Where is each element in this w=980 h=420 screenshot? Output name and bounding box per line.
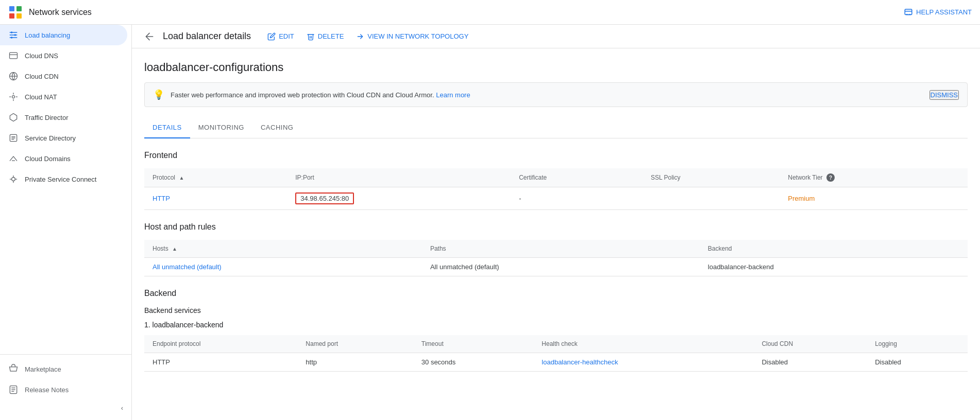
sidebar-nav: Load balancing Cloud DNS Cloud CDN Cloud…: [0, 25, 131, 354]
svg-point-9: [11, 31, 12, 33]
frontend-certificate-cell: -: [511, 187, 643, 210]
frontend-col-certificate: Certificate: [511, 168, 643, 187]
info-banner-icon: 💡: [153, 89, 164, 100]
frontend-section-title: Frontend: [144, 151, 968, 160]
sidebar-item-label: Load balancing: [25, 31, 70, 39]
sort-icon: ▲: [172, 246, 177, 252]
hosts-cell[interactable]: All unmatched (default): [144, 258, 422, 276]
tabs: DETAILS MONITORING CACHING: [144, 117, 968, 138]
sidebar-bottom: Marketplace Release Notes ‹: [0, 354, 131, 420]
backend-service-name: 1. loadbalancer-backend: [144, 321, 968, 329]
sidebar-item-label: Traffic Director: [25, 114, 69, 121]
frontend-ssl-policy-cell: [643, 187, 780, 210]
sidebar-item-cloud-dns[interactable]: Cloud DNS: [0, 45, 127, 66]
tab-caching[interactable]: CACHING: [252, 117, 301, 138]
sidebar-item-service-directory[interactable]: Service Directory: [0, 128, 127, 148]
learn-more-link[interactable]: Learn more: [436, 91, 470, 99]
svg-rect-4: [905, 9, 912, 15]
view-topology-button[interactable]: VIEW IN NETWORK TOPOLOGY: [356, 32, 468, 41]
svg-rect-0: [9, 6, 14, 11]
back-arrow-icon: [144, 31, 155, 42]
content-header: Load balancer details EDIT DELETE: [132, 25, 980, 48]
header-actions: EDIT DELETE VIEW IN NETWORK TOPOLOGY: [267, 32, 468, 41]
cloud-cdn-cell: Disabled: [753, 353, 867, 372]
host-path-table-row: All unmatched (default) All unmatched (d…: [144, 258, 968, 276]
sort-icon: ▲: [179, 175, 184, 181]
help-assistant-button[interactable]: HELP ASSISTANT: [904, 8, 972, 17]
svg-rect-1: [16, 6, 22, 11]
frontend-table-header: Protocol ▲ IP:Port Certificate SSL Polic…: [144, 168, 968, 187]
sidebar-item-label: Cloud CDN: [25, 73, 59, 80]
sidebar-collapse-button[interactable]: ‹: [0, 400, 131, 416]
col-timeout: Timeout: [413, 335, 534, 353]
sidebar: Load balancing Cloud DNS Cloud CDN Cloud…: [0, 25, 132, 420]
dismiss-button[interactable]: DISMISS: [930, 90, 959, 100]
domains-icon: [8, 153, 19, 164]
edit-button[interactable]: EDIT: [267, 32, 294, 41]
col-hosts: Hosts ▲: [144, 240, 422, 258]
host-path-rules-section: Host and path rules Hosts ▲ Paths Backen…: [144, 222, 968, 276]
sidebar-item-label: Release Notes: [25, 386, 69, 394]
sidebar-item-release-notes[interactable]: Release Notes: [0, 379, 127, 400]
sidebar-item-load-balancing[interactable]: Load balancing: [0, 25, 127, 45]
psc-icon: [8, 174, 19, 184]
sidebar-item-cloud-domains[interactable]: Cloud Domains: [0, 148, 127, 169]
service-icon: [8, 133, 19, 143]
back-button[interactable]: [144, 31, 155, 42]
frontend-col-network-tier: Network Tier ?: [780, 168, 968, 187]
svg-point-16: [12, 178, 15, 181]
svg-point-14: [12, 96, 15, 98]
lb-name: loadbalancer-configurations: [144, 61, 968, 74]
notes-icon: [8, 384, 19, 395]
backend-section: Backend Backend services 1. loadbalancer…: [144, 289, 968, 372]
frontend-ip-port-cell: 34.98.65.245:80: [287, 187, 511, 210]
network-tier-help-icon[interactable]: ?: [826, 173, 835, 182]
info-banner: 💡 Faster web performance and improved we…: [144, 82, 968, 107]
frontend-col-ssl-policy: SSL Policy: [643, 168, 780, 187]
sidebar-item-cloud-cdn[interactable]: Cloud CDN: [0, 66, 127, 86]
sidebar-item-traffic-director[interactable]: Traffic Director: [0, 107, 127, 128]
lb-icon: [8, 30, 19, 40]
help-assistant-icon: [904, 8, 913, 17]
delete-label: DELETE: [318, 32, 344, 40]
svg-rect-3: [16, 13, 22, 19]
backend-cell: loadbalancer-backend: [700, 258, 968, 276]
content-body: loadbalancer-configurations 💡 Faster web…: [132, 48, 980, 396]
app-title: Network services: [29, 8, 92, 17]
host-path-table-header: Hosts ▲ Paths Backend: [144, 240, 968, 258]
sidebar-item-label: Service Directory: [25, 134, 76, 142]
health-check-cell[interactable]: loadbalancer-healthcheck: [533, 353, 753, 372]
tab-monitoring[interactable]: MONITORING: [190, 117, 252, 138]
view-topology-label: VIEW IN NETWORK TOPOLOGY: [367, 32, 468, 40]
sidebar-item-cloud-nat[interactable]: Cloud NAT: [0, 86, 127, 107]
app-logo-icon: [8, 5, 23, 20]
sidebar-item-label: Cloud NAT: [25, 93, 57, 101]
col-backend: Backend: [700, 240, 968, 258]
sidebar-item-label: Cloud Domains: [25, 155, 71, 163]
col-cloud-cdn: Cloud CDN: [753, 335, 867, 353]
info-banner-text: Faster web performance and improved web …: [171, 91, 923, 99]
edit-label: EDIT: [279, 32, 294, 40]
host-path-table: Hosts ▲ Paths Backend All unmatched (def…: [144, 240, 968, 276]
backend-table: Endpoint protocol Named port Timeout Hea…: [144, 335, 968, 372]
frontend-section: Frontend Protocol ▲ IP:Port Certificate …: [144, 151, 968, 210]
delete-button[interactable]: DELETE: [307, 32, 344, 41]
tab-details[interactable]: DETAILS: [144, 117, 190, 138]
sidebar-item-private-service-connect[interactable]: Private Service Connect: [0, 169, 127, 189]
backend-table-row: HTTP http 30 seconds loadbalancer-health…: [144, 353, 968, 372]
sidebar-item-marketplace[interactable]: Marketplace: [0, 359, 127, 379]
col-health-check: Health check: [533, 335, 753, 353]
svg-rect-12: [10, 52, 18, 59]
frontend-table: Protocol ▲ IP:Port Certificate SSL Polic…: [144, 168, 968, 210]
col-named-port: Named port: [297, 335, 413, 353]
backend-table-header: Endpoint protocol Named port Timeout Hea…: [144, 335, 968, 353]
svg-point-11: [11, 37, 12, 38]
traffic-icon: [8, 112, 19, 122]
marketplace-icon: [8, 364, 19, 374]
main-layout: Load balancing Cloud DNS Cloud CDN Cloud…: [0, 25, 980, 420]
cdn-icon: [8, 71, 19, 81]
backend-section-title: Backend: [144, 289, 968, 298]
top-bar: Network services HELP ASSISTANT: [0, 0, 980, 25]
top-bar-right: HELP ASSISTANT: [904, 8, 972, 17]
delete-icon: [307, 32, 315, 41]
